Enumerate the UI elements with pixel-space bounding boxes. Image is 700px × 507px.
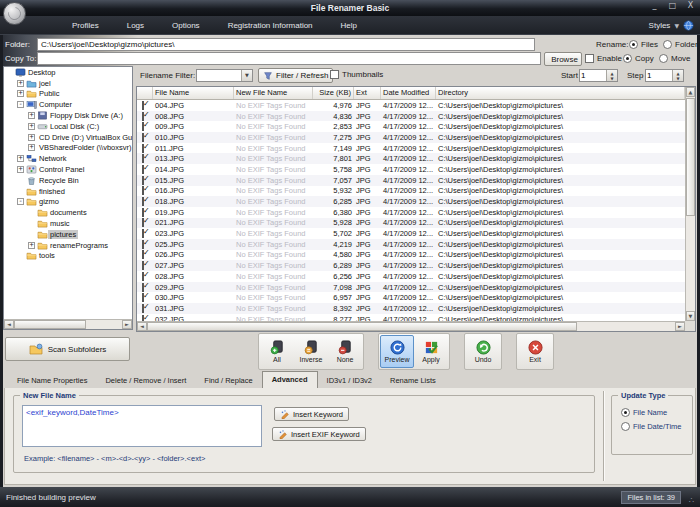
resize-grip-icon[interactable] — [686, 491, 694, 503]
filter-refresh-button[interactable]: Filter / Refresh — [258, 68, 333, 83]
expand-icon[interactable]: + — [17, 90, 24, 97]
row-checkbox-checked[interactable] — [142, 261, 144, 270]
column-header-size-kb[interactable]: Size (KB) — [313, 87, 354, 99]
expand-icon[interactable]: + — [17, 166, 24, 173]
row-checkbox-checked[interactable] — [142, 154, 144, 163]
pattern-input[interactable]: <exif_keyword,DateTime> — [22, 405, 262, 447]
tree-item-tools[interactable]: tools — [4, 251, 132, 262]
exit-button[interactable]: Exit — [518, 335, 552, 368]
tree-item-public[interactable]: +Public — [4, 89, 132, 100]
tree-item-documents[interactable]: documents — [4, 207, 132, 218]
row-checkbox-checked[interactable] — [142, 304, 144, 313]
row-checkbox-checked[interactable] — [142, 229, 144, 238]
browse-button[interactable]: Browse — [544, 52, 582, 66]
preview-button[interactable]: Preview — [380, 335, 414, 368]
file-row-004-jpg[interactable]: 004.JPGNo EXIF Tags Found4,976JPG4/17/20… — [137, 100, 685, 111]
file-row-014-jpg[interactable]: 014.JPGNo EXIF Tags Found5,758JPG4/17/20… — [137, 164, 685, 175]
expand-icon[interactable]: + — [28, 112, 35, 119]
scroll-right-icon[interactable]: ► — [122, 320, 132, 329]
row-checkbox-checked[interactable] — [142, 101, 144, 110]
step-stepper[interactable]: ▲▼ — [645, 69, 684, 82]
menu-help[interactable]: Help — [327, 21, 371, 30]
rename-folders-radio[interactable]: Folders — [663, 40, 700, 49]
column-header-new-file-name[interactable]: New File Name — [234, 87, 313, 99]
tree-item-gizmo[interactable]: -gizmo — [4, 197, 132, 208]
row-checkbox-checked[interactable] — [142, 112, 144, 121]
tab-advanced[interactable]: Advanced — [262, 371, 318, 389]
scroll-down-icon[interactable]: ▼ — [686, 311, 695, 321]
styles-menu[interactable]: Styles ▼ — [649, 20, 700, 31]
collapse-icon[interactable]: - — [17, 101, 24, 108]
file-row-016-jpg[interactable]: 016.JPGNo EXIF Tags Found5,932JPG4/17/20… — [137, 186, 685, 197]
row-checkbox-checked[interactable] — [142, 165, 144, 174]
menu-logs[interactable]: Logs — [113, 21, 158, 30]
file-row-027-jpg[interactable]: 027.JPGNo EXIF Tags Found6,289JPG4/17/20… — [137, 260, 685, 271]
tree-item-desktop[interactable]: Desktop — [4, 67, 132, 78]
expand-icon[interactable]: + — [17, 155, 24, 162]
tree-item-floppy-disk-drive-a[interactable]: +Floppy Disk Drive (A:) — [4, 110, 132, 121]
row-checkbox-checked[interactable] — [142, 197, 144, 206]
tree-item-pictures[interactable]: pictures — [4, 229, 132, 240]
thumbnails-checkbox[interactable]: Thumbnails — [330, 70, 383, 79]
tree-item-cd-drive-d-virtualbox-guest[interactable]: +CD Drive (D:) VirtualBox Guest — [4, 132, 132, 143]
row-checkbox-checked[interactable] — [142, 283, 144, 292]
scrollbar-thumb[interactable] — [14, 320, 86, 329]
file-row-023-jpg[interactable]: 023.JPGNo EXIF Tags Found5,702JPG4/17/20… — [137, 228, 685, 239]
update-file-name-radio[interactable]: File Name — [621, 408, 692, 417]
expand-icon[interactable]: + — [28, 123, 35, 130]
update-file-datetime-radio[interactable]: File Date/Time — [621, 422, 692, 431]
menu-options[interactable]: Options — [158, 21, 214, 30]
scrollbar-thumb[interactable] — [147, 322, 577, 331]
tree-item-finished[interactable]: finished — [4, 186, 132, 197]
insert-exif-keyword-button[interactable]: Insert EXIF Keyword — [272, 427, 366, 441]
minimize-button[interactable]: _ — [650, 1, 659, 10]
file-row-031-jpg[interactable]: 031.JPGNo EXIF Tags Found8,392JPG4/17/20… — [137, 303, 685, 314]
copy-radio[interactable]: Copy — [623, 54, 654, 63]
tree-item-vbsharedfolder-vboxsvr-z[interactable]: +VBSharedFolder (\\vboxsvr) (Z — [4, 143, 132, 154]
row-checkbox-checked[interactable] — [142, 122, 144, 131]
file-row-028-jpg[interactable]: 028.JPGNo EXIF Tags Found6,256JPG4/17/20… — [137, 271, 685, 282]
tab-find-replace[interactable]: Find / Replace — [195, 373, 261, 388]
file-row-019-jpg[interactable]: 019.JPGNo EXIF Tags Found6,380JPG4/17/20… — [137, 207, 685, 218]
scroll-left-icon[interactable]: ◄ — [4, 320, 14, 329]
scroll-right-icon[interactable]: ► — [675, 322, 685, 331]
start-stepper[interactable]: ▲▼ — [579, 69, 618, 82]
tree-horizontal-scrollbar[interactable]: ◄ ► — [4, 319, 132, 329]
menu-profiles[interactable]: Profiles — [58, 21, 113, 30]
file-row-018-jpg[interactable]: 018.JPGNo EXIF Tags Found6,285JPG4/17/20… — [137, 196, 685, 207]
row-checkbox-checked[interactable] — [142, 176, 144, 185]
expand-icon[interactable]: + — [28, 242, 35, 249]
scroll-up-icon[interactable]: ▲ — [686, 87, 695, 97]
title-bar[interactable]: File Renamer Basic _ □ X — [0, 0, 700, 16]
column-header-directory[interactable]: Directory — [436, 87, 685, 99]
tree-item-recycle-bin[interactable]: Recycle Bin — [4, 175, 132, 186]
file-row-010-jpg[interactable]: 010.JPGNo EXIF Tags Found7,275JPG4/17/20… — [137, 132, 685, 143]
file-row-013-jpg[interactable]: 013.JPGNo EXIF Tags Found7,801JPG4/17/20… — [137, 153, 685, 164]
spinner-icons[interactable]: ▲▼ — [672, 70, 683, 81]
file-row-015-jpg[interactable]: 015.JPGNo EXIF Tags Found7,057JPG4/17/20… — [137, 175, 685, 186]
tree-item-network[interactable]: +Network — [4, 153, 132, 164]
tab-rename-lists[interactable]: Rename Lists — [381, 373, 445, 388]
table-vertical-scrollbar[interactable]: ▲ ▼ — [685, 87, 695, 321]
none-button[interactable]: None — [328, 335, 362, 368]
scan-subfolders-button[interactable]: Scan Subfolders — [5, 337, 130, 361]
table-horizontal-scrollbar[interactable]: ◄ ► — [137, 321, 685, 331]
file-row-025-jpg[interactable]: 025.JPGNo EXIF Tags Found4,219JPG4/17/20… — [137, 239, 685, 250]
row-checkbox-checked[interactable] — [142, 133, 144, 142]
column-header-ext[interactable]: Ext — [354, 87, 381, 99]
tree-item-local-disk-c[interactable]: +Local Disk (C:) — [4, 121, 132, 132]
maximize-button[interactable]: □ — [668, 1, 677, 10]
file-row-011-jpg[interactable]: 011.JPGNo EXIF Tags Found7,149JPG4/17/20… — [137, 143, 685, 154]
all-button[interactable]: All — [260, 335, 294, 368]
tree-item-renameprograms[interactable]: +renamePrograms — [4, 240, 132, 251]
insert-keyword-button[interactable]: Insert Keyword — [274, 407, 349, 421]
file-row-026-jpg[interactable]: 026.JPGNo EXIF Tags Found4,580JPG4/17/20… — [137, 250, 685, 261]
folder-input[interactable] — [37, 38, 535, 51]
combo-dropdown-icon[interactable]: ▼ — [241, 70, 252, 81]
expand-icon[interactable]: + — [17, 80, 24, 87]
tree-item-joel[interactable]: +joel — [4, 78, 132, 89]
row-checkbox-checked[interactable] — [142, 240, 144, 249]
tree-item-computer[interactable]: -Computer — [4, 99, 132, 110]
tab-id3v1-id3v2[interactable]: ID3v1 / ID3v2 — [318, 373, 381, 388]
row-checkbox-checked[interactable] — [142, 144, 144, 153]
